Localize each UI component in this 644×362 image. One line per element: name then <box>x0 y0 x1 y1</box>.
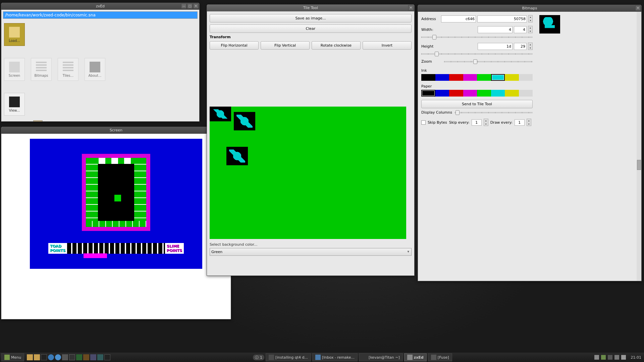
taskbar-item-4[interactable]: [Fuse] <box>428 353 452 361</box>
bg-color-label: Select background color... <box>210 242 412 247</box>
color-swatch-2[interactable] <box>449 74 463 81</box>
taskbar-item-0[interactable]: [installing qt4 d... <box>266 353 311 361</box>
notification-badge[interactable]: ⓘ 1 <box>253 355 264 360</box>
width-slider[interactable] <box>421 37 533 38</box>
color-swatch-4[interactable] <box>477 74 491 81</box>
app5-icon[interactable] <box>104 354 110 360</box>
files-icon[interactable] <box>27 354 33 360</box>
display-columns-slider[interactable] <box>455 112 533 113</box>
color-swatch-6[interactable] <box>505 74 519 81</box>
files2-icon[interactable] <box>34 354 40 360</box>
sprite-tile-2[interactable] <box>234 112 255 130</box>
color-swatch-7[interactable] <box>519 90 533 97</box>
minimize-icon[interactable]: — <box>181 3 186 9</box>
mail-icon[interactable] <box>62 354 68 360</box>
skip-bytes-checkbox[interactable] <box>421 120 426 125</box>
app1-icon[interactable] <box>76 354 82 360</box>
screen-button[interactable]: Screen <box>4 58 25 81</box>
height-spinner[interactable]: ▴▾ <box>528 43 533 50</box>
color-swatch-0[interactable] <box>421 90 435 97</box>
save-as-image-button[interactable]: Save as image... <box>210 14 412 22</box>
skip-every-spinner[interactable]: ▴▾ <box>484 119 488 126</box>
ink-palette <box>421 74 533 81</box>
width-hex-input[interactable] <box>478 26 513 33</box>
web-icon[interactable] <box>48 354 54 360</box>
height-dec-input[interactable] <box>514 43 527 50</box>
height-slider[interactable] <box>421 53 533 55</box>
tile-canvas[interactable] <box>210 107 406 239</box>
flip-vertical-button[interactable]: Flip Vertical <box>261 41 310 50</box>
file-path-input[interactable] <box>3 11 198 19</box>
menu-button[interactable]: Menu <box>1 353 24 361</box>
width-dec-input[interactable] <box>514 26 527 33</box>
color-swatch-0[interactable] <box>421 74 435 81</box>
clear-button[interactable]: Clear <box>210 24 412 33</box>
globe-icon[interactable] <box>55 354 61 360</box>
color-swatch-5[interactable] <box>491 90 505 97</box>
load-button[interactable]: Load... <box>4 23 25 46</box>
color-swatch-3[interactable] <box>463 74 477 81</box>
draw-every-spinner[interactable]: ▴▾ <box>527 119 531 126</box>
tray-icon-2[interactable] <box>601 355 606 360</box>
zoom-slider[interactable] <box>444 61 533 62</box>
hud-right-1: SLIME <box>167 244 182 248</box>
monitor-icon[interactable] <box>69 354 75 360</box>
color-swatch-4[interactable] <box>477 90 491 97</box>
taskbar-item-3[interactable]: zxEd <box>404 353 427 361</box>
draw-every-input[interactable] <box>515 119 525 126</box>
titlebar-bitmaps[interactable]: Bitmaps ✕ <box>418 5 641 12</box>
bitmaps-button[interactable]: Bitmaps <box>31 58 52 81</box>
preview-scrollbar[interactable] <box>637 12 641 281</box>
titlebar-zxed[interactable]: zxEd — ▢ ✕ <box>1 3 199 10</box>
close-icon[interactable]: ✕ <box>408 5 414 10</box>
color-swatch-1[interactable] <box>435 90 449 97</box>
color-swatch-2[interactable] <box>449 90 463 97</box>
volume-icon[interactable] <box>614 355 619 360</box>
taskbar-item-1[interactable]: [Inbox - remake... <box>312 353 358 361</box>
color-swatch-7[interactable] <box>519 74 533 81</box>
close-icon[interactable]: ✕ <box>635 5 641 11</box>
app3-icon[interactable] <box>90 354 96 360</box>
view-label: View... <box>9 109 20 112</box>
send-to-tile-tool-button[interactable]: Send to Tile Tool <box>421 100 533 108</box>
splitter-handle[interactable] <box>33 120 43 122</box>
maximize-icon[interactable]: ▢ <box>187 3 193 9</box>
tray-icon-1[interactable] <box>594 355 599 360</box>
flip-horizontal-button[interactable]: Flip Horizontal <box>210 41 259 50</box>
height-hex-input[interactable] <box>478 43 513 50</box>
about-button[interactable]: About... <box>85 58 105 81</box>
window-zxed: zxEd — ▢ ✕ Load... Screen Bitmaps Tiles.… <box>1 3 200 122</box>
address-dec-input[interactable] <box>477 15 527 22</box>
disk-icon <box>9 27 20 38</box>
skip-every-input[interactable] <box>472 119 482 126</box>
view-button[interactable]: View... <box>4 93 25 116</box>
color-swatch-1[interactable] <box>435 74 449 81</box>
titlebar-screen[interactable]: Screen <box>1 127 231 134</box>
app2-icon[interactable] <box>83 354 89 360</box>
color-swatch-5[interactable] <box>491 74 505 81</box>
tiles-button[interactable]: Tiles... <box>58 58 78 81</box>
lily-row-bottom <box>86 221 146 227</box>
sprite-tile-3[interactable] <box>226 147 248 165</box>
view-icon <box>9 97 20 107</box>
bg-color-select[interactable]: Green <box>210 248 412 256</box>
terminal-icon[interactable] <box>41 354 47 360</box>
titlebar-tile[interactable]: Tile Tool ✕ <box>207 5 414 11</box>
color-swatch-6[interactable] <box>505 90 519 97</box>
address-spinner[interactable]: ▴▾ <box>528 15 533 22</box>
close-icon[interactable]: ✕ <box>193 3 199 9</box>
width-spinner[interactable]: ▴▾ <box>528 26 533 33</box>
title-bitmaps: Bitmaps <box>522 6 537 10</box>
network-icon[interactable] <box>608 355 612 360</box>
clock[interactable]: 21:01 <box>631 355 641 360</box>
invert-button[interactable]: Invert <box>363 41 412 50</box>
battery-icon[interactable] <box>621 355 626 360</box>
address-hex-input[interactable] <box>441 15 476 22</box>
rotate-clockwise-button[interactable]: Rotate clockwise <box>312 41 361 50</box>
preview-sprite[interactable] <box>539 15 560 34</box>
taskbar-item-icon <box>431 355 436 360</box>
taskbar-item-2[interactable]: [kevan@Titan ~] <box>359 353 403 361</box>
color-swatch-3[interactable] <box>463 90 477 97</box>
sprite-tile-1[interactable] <box>210 107 231 121</box>
app4-icon[interactable] <box>97 354 103 360</box>
